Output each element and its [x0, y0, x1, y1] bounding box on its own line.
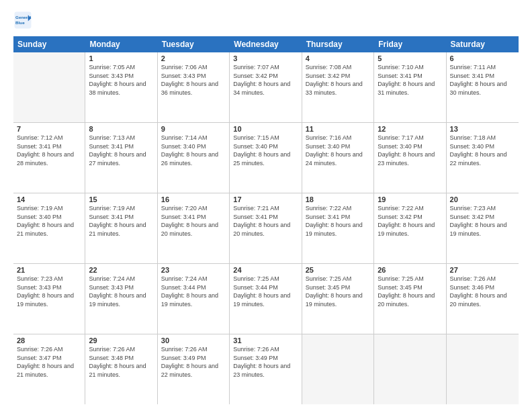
- sun-info: Sunrise: 7:19 AMSunset: 3:40 PMDaylight:…: [17, 204, 81, 238]
- day-number: 14: [17, 195, 81, 203]
- cal-cell: 23 Sunrise: 7:24 AMSunset: 3:44 PMDaylig…: [158, 264, 230, 334]
- day-number: 20: [450, 195, 515, 203]
- week-row-4: 21 Sunrise: 7:23 AMSunset: 3:43 PMDaylig…: [13, 264, 519, 334]
- day-number: 28: [17, 336, 81, 345]
- sun-info: Sunrise: 7:10 AMSunset: 3:41 PMDaylight:…: [378, 63, 442, 97]
- day-number: 25: [306, 266, 370, 274]
- sun-info: Sunrise: 7:16 AMSunset: 3:40 PMDaylight:…: [306, 134, 370, 167]
- sun-info: Sunrise: 7:08 AMSunset: 3:42 PMDaylight:…: [306, 63, 370, 97]
- cal-cell: 13 Sunrise: 7:18 AMSunset: 3:40 PMDaylig…: [447, 123, 519, 193]
- day-number: 27: [450, 266, 515, 274]
- sun-info: Sunrise: 7:21 AMSunset: 3:41 PMDaylight:…: [233, 204, 298, 238]
- day-number: 12: [378, 125, 442, 133]
- cal-cell: 28 Sunrise: 7:26 AMSunset: 3:47 PMDaylig…: [13, 334, 85, 404]
- sun-info: Sunrise: 7:11 AMSunset: 3:41 PMDaylight:…: [450, 63, 515, 97]
- svg-text:Blue: Blue: [15, 20, 25, 25]
- day-number: 22: [89, 266, 153, 274]
- day-number: 10: [233, 125, 298, 133]
- day-number: 9: [161, 125, 226, 133]
- day-number: 24: [233, 266, 298, 274]
- day-number: 29: [89, 336, 153, 345]
- day-number: 18: [306, 195, 370, 203]
- day-number: 4: [306, 54, 370, 62]
- sun-info: Sunrise: 7:26 AMSunset: 3:49 PMDaylight:…: [233, 345, 298, 379]
- cal-cell: 3 Sunrise: 7:07 AMSunset: 3:42 PMDayligh…: [230, 52, 302, 122]
- day-number: 19: [378, 195, 442, 203]
- cal-cell: 29 Sunrise: 7:26 AMSunset: 3:48 PMDaylig…: [85, 334, 157, 404]
- cal-cell: [302, 334, 374, 404]
- cal-cell: 21 Sunrise: 7:23 AMSunset: 3:43 PMDaylig…: [13, 264, 85, 334]
- day-number: 17: [233, 195, 298, 203]
- sun-info: Sunrise: 7:19 AMSunset: 3:41 PMDaylight:…: [89, 204, 153, 238]
- sun-info: Sunrise: 7:22 AMSunset: 3:41 PMDaylight:…: [306, 204, 370, 238]
- day-number: 13: [450, 125, 515, 133]
- day-number: 3: [233, 54, 298, 62]
- cal-cell: 18 Sunrise: 7:22 AMSunset: 3:41 PMDaylig…: [302, 193, 374, 263]
- calendar-header: SundayMondayTuesdayWednesdayThursdayFrid…: [13, 36, 519, 52]
- cal-cell: 15 Sunrise: 7:19 AMSunset: 3:41 PMDaylig…: [85, 193, 157, 263]
- calendar-page: General Blue SundayMondayTuesdayWednesda…: [0, 0, 532, 411]
- cal-cell: 14 Sunrise: 7:19 AMSunset: 3:40 PMDaylig…: [13, 193, 85, 263]
- header-cell-saturday: Saturday: [447, 36, 519, 52]
- sun-info: Sunrise: 7:25 AMSunset: 3:45 PMDaylight:…: [306, 275, 370, 308]
- header-cell-monday: Monday: [85, 36, 157, 52]
- cal-cell: [447, 334, 519, 404]
- cal-cell: 31 Sunrise: 7:26 AMSunset: 3:49 PMDaylig…: [230, 334, 302, 404]
- cal-cell: 27 Sunrise: 7:26 AMSunset: 3:46 PMDaylig…: [447, 264, 519, 334]
- cal-cell: 4 Sunrise: 7:08 AMSunset: 3:42 PMDayligh…: [302, 52, 374, 122]
- day-number: 30: [161, 336, 226, 345]
- day-number: 15: [89, 195, 153, 203]
- cal-cell: 11 Sunrise: 7:16 AMSunset: 3:40 PMDaylig…: [302, 123, 374, 193]
- sun-info: Sunrise: 7:24 AMSunset: 3:43 PMDaylight:…: [89, 275, 153, 308]
- day-number: 1: [89, 54, 153, 62]
- sun-info: Sunrise: 7:26 AMSunset: 3:48 PMDaylight:…: [89, 345, 153, 379]
- header-cell-thursday: Thursday: [302, 36, 374, 52]
- cal-cell: 25 Sunrise: 7:25 AMSunset: 3:45 PMDaylig…: [302, 264, 374, 334]
- logo-icon: General Blue: [13, 11, 32, 30]
- day-number: 31: [233, 336, 298, 345]
- cal-cell: 8 Sunrise: 7:13 AMSunset: 3:41 PMDayligh…: [85, 123, 157, 193]
- header-cell-sunday: Sunday: [13, 36, 85, 52]
- cal-cell: 24 Sunrise: 7:25 AMSunset: 3:44 PMDaylig…: [230, 264, 302, 334]
- sun-info: Sunrise: 7:17 AMSunset: 3:40 PMDaylight:…: [378, 134, 442, 167]
- sun-info: Sunrise: 7:25 AMSunset: 3:45 PMDaylight:…: [378, 275, 442, 308]
- day-number: 8: [89, 125, 153, 133]
- cal-cell: 7 Sunrise: 7:12 AMSunset: 3:41 PMDayligh…: [13, 123, 85, 193]
- week-row-2: 7 Sunrise: 7:12 AMSunset: 3:41 PMDayligh…: [13, 123, 519, 193]
- day-number: 16: [161, 195, 226, 203]
- logo: General Blue: [13, 11, 35, 30]
- day-number: 26: [378, 266, 442, 274]
- cal-cell: 17 Sunrise: 7:21 AMSunset: 3:41 PMDaylig…: [230, 193, 302, 263]
- sun-info: Sunrise: 7:26 AMSunset: 3:49 PMDaylight:…: [161, 345, 226, 379]
- cal-cell: 22 Sunrise: 7:24 AMSunset: 3:43 PMDaylig…: [85, 264, 157, 334]
- sun-info: Sunrise: 7:26 AMSunset: 3:47 PMDaylight:…: [17, 345, 81, 379]
- sun-info: Sunrise: 7:13 AMSunset: 3:41 PMDaylight:…: [89, 134, 153, 167]
- sun-info: Sunrise: 7:23 AMSunset: 3:43 PMDaylight:…: [17, 275, 81, 308]
- week-row-3: 14 Sunrise: 7:19 AMSunset: 3:40 PMDaylig…: [13, 193, 519, 264]
- day-number: 11: [306, 125, 370, 133]
- cal-cell: [13, 52, 85, 122]
- sun-info: Sunrise: 7:24 AMSunset: 3:44 PMDaylight:…: [161, 275, 226, 308]
- sun-info: Sunrise: 7:23 AMSunset: 3:42 PMDaylight:…: [450, 204, 515, 238]
- cal-cell: [374, 334, 446, 404]
- page-header: General Blue: [13, 11, 519, 30]
- sun-info: Sunrise: 7:26 AMSunset: 3:46 PMDaylight:…: [450, 275, 515, 308]
- sun-info: Sunrise: 7:05 AMSunset: 3:43 PMDaylight:…: [89, 63, 153, 97]
- sun-info: Sunrise: 7:15 AMSunset: 3:40 PMDaylight:…: [233, 134, 298, 167]
- sun-info: Sunrise: 7:07 AMSunset: 3:42 PMDaylight:…: [233, 63, 298, 97]
- sun-info: Sunrise: 7:22 AMSunset: 3:42 PMDaylight:…: [378, 204, 442, 238]
- cal-cell: 12 Sunrise: 7:17 AMSunset: 3:40 PMDaylig…: [374, 123, 446, 193]
- cal-cell: 10 Sunrise: 7:15 AMSunset: 3:40 PMDaylig…: [230, 123, 302, 193]
- cal-cell: 1 Sunrise: 7:05 AMSunset: 3:43 PMDayligh…: [85, 52, 157, 122]
- week-row-5: 28 Sunrise: 7:26 AMSunset: 3:47 PMDaylig…: [13, 334, 519, 404]
- cal-cell: 20 Sunrise: 7:23 AMSunset: 3:42 PMDaylig…: [447, 193, 519, 263]
- sun-info: Sunrise: 7:06 AMSunset: 3:43 PMDaylight:…: [161, 63, 226, 97]
- cal-cell: 30 Sunrise: 7:26 AMSunset: 3:49 PMDaylig…: [158, 334, 230, 404]
- calendar-body: 1 Sunrise: 7:05 AMSunset: 3:43 PMDayligh…: [13, 52, 519, 404]
- cal-cell: 19 Sunrise: 7:22 AMSunset: 3:42 PMDaylig…: [374, 193, 446, 263]
- header-cell-tuesday: Tuesday: [158, 36, 230, 52]
- cal-cell: 16 Sunrise: 7:20 AMSunset: 3:41 PMDaylig…: [158, 193, 230, 263]
- cal-cell: 9 Sunrise: 7:14 AMSunset: 3:40 PMDayligh…: [158, 123, 230, 193]
- day-number: 21: [17, 266, 81, 274]
- day-number: 6: [450, 54, 515, 62]
